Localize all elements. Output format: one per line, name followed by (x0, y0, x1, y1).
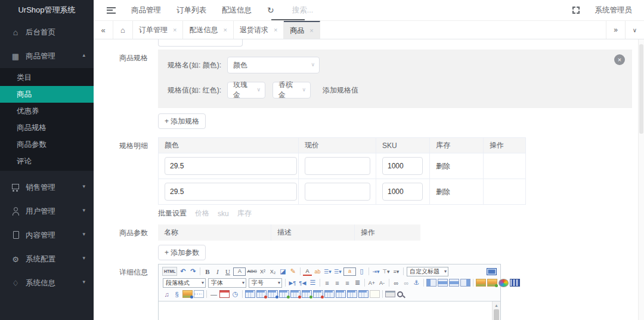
redo-icon[interactable]: ↷ (188, 267, 197, 276)
tab-close-icon[interactable] (223, 26, 227, 33)
font-border-icon[interactable]: A (233, 267, 246, 276)
page-break-icon[interactable] (194, 290, 204, 298)
batch-sku-link[interactable]: sku (218, 210, 229, 218)
sidebar-group-sales[interactable]: 销售管理 (0, 176, 94, 199)
search-input[interactable] (291, 5, 371, 15)
new-page-icon[interactable]: ▯ (357, 267, 366, 276)
tab-close-icon[interactable] (309, 27, 313, 34)
merge-cells-icon[interactable] (324, 290, 335, 298)
image-align-right-icon[interactable] (460, 279, 470, 287)
sidebar-item-coupons[interactable]: 优惠券 (0, 103, 94, 119)
delete-row-link[interactable]: 删除 (436, 161, 450, 171)
ordered-list-icon[interactable]: ☰▾ (323, 267, 332, 276)
editor-scrollbar-thumb[interactable] (494, 309, 499, 320)
image-align-block-icon[interactable] (449, 279, 459, 287)
fullscreen-icon[interactable] (572, 7, 580, 14)
color-input[interactable] (165, 157, 297, 175)
print-icon[interactable] (385, 291, 395, 297)
align-right-icon[interactable]: ≡ (343, 278, 352, 288)
sidebar-group-content[interactable]: 内容管理 (0, 223, 94, 247)
font-size-down-icon[interactable]: A- (377, 278, 386, 288)
upload-image-icon[interactable] (487, 279, 497, 287)
topbar-link-orders[interactable]: 订单列表 (177, 5, 206, 16)
batch-stock-link[interactable]: 库存 (237, 208, 252, 219)
sidebar-item-dashboard[interactable]: 后台首页 (0, 20, 94, 44)
font-color-icon[interactable]: A (303, 267, 312, 276)
insert-time-icon[interactable]: ◷ (231, 290, 240, 299)
price-input[interactable] (305, 183, 370, 201)
topbar-link-products[interactable]: 商品管理 (131, 5, 161, 16)
tab-product-active[interactable]: 商品 (284, 21, 320, 39)
tab-delivery-info[interactable]: 配送信息 (183, 21, 233, 39)
spec-name-select[interactable]: 颜色 (227, 57, 320, 73)
batch-price-link[interactable]: 价格 (195, 208, 209, 219)
italic-icon[interactable]: I (213, 267, 222, 276)
undo-icon[interactable]: ↶ (178, 267, 187, 276)
add-param-button[interactable]: + 添加参数 (158, 245, 206, 260)
collapse-sidebar-icon[interactable] (107, 7, 116, 14)
unordered-list-icon[interactable]: ☰▾ (333, 267, 342, 276)
insert-link-icon[interactable]: ∞ (392, 278, 401, 288)
font-size-up-icon[interactable]: A+ (367, 278, 376, 288)
paragraph-format-select[interactable]: 段落格式 (163, 278, 206, 288)
blank-page-icon[interactable] (370, 290, 380, 298)
sidebar-item-products[interactable]: 商品 (0, 86, 94, 103)
align-justify-icon[interactable]: ≣ (353, 278, 362, 288)
insert-music-icon[interactable]: ♫ (162, 290, 171, 299)
delete-column-icon[interactable] (313, 290, 323, 298)
indent-icon[interactable]: ⇥▾ (371, 267, 380, 276)
delete-row-icon[interactable] (290, 290, 301, 298)
insert-video-icon[interactable] (510, 279, 520, 287)
delete-table-icon[interactable] (256, 290, 267, 298)
sidebar-group-system-info[interactable]: 系统信息 (0, 271, 94, 295)
format-brush-icon[interactable]: ✎ (289, 267, 298, 276)
sku-input[interactable] (382, 157, 423, 175)
add-spec-value-link[interactable]: 添加规格值 (323, 85, 358, 96)
superscript-icon[interactable]: X² (258, 267, 267, 276)
home-tab-icon[interactable] (113, 21, 133, 39)
refresh-icon[interactable] (267, 5, 274, 15)
spec-value-select-1[interactable]: 玫瑰金 (227, 82, 265, 99)
fullscreen-editor-icon[interactable] (487, 268, 497, 275)
preview-icon[interactable] (397, 291, 405, 298)
strikethrough-icon[interactable]: ABC (247, 267, 256, 276)
blockquote-icon[interactable]: a (343, 267, 356, 276)
line-height-icon[interactable]: ≡▾ (392, 267, 401, 276)
sidebar-item-comments[interactable]: 评论 (0, 153, 94, 170)
split-cell-horizontal-icon[interactable] (336, 290, 346, 298)
insert-table-icon[interactable] (245, 290, 255, 298)
insert-column-icon[interactable] (302, 290, 312, 298)
tab-options-icon[interactable] (625, 21, 644, 39)
palette-icon[interactable] (499, 279, 509, 287)
sidebar-group-products[interactable]: 商品管理 (0, 44, 94, 68)
insert-image-icon[interactable] (476, 279, 486, 287)
image-align-center-icon[interactable] (438, 279, 448, 287)
table-props-icon[interactable] (268, 290, 278, 298)
close-spec-panel-icon[interactable] (614, 54, 625, 65)
table-cell-props-icon[interactable] (358, 290, 369, 298)
align-center-icon[interactable]: ≡ (333, 278, 342, 288)
scroll-up-icon[interactable] (493, 301, 500, 309)
insert-row-above-icon[interactable] (279, 290, 289, 298)
font-family-select[interactable]: 字体 (208, 278, 246, 288)
editor-content-area[interactable] (159, 301, 500, 320)
font-size-select[interactable]: 字号 (249, 278, 282, 288)
ltr-paragraph-icon[interactable]: ▶¶ (288, 278, 297, 288)
split-cell-vertical-icon[interactable] (347, 290, 357, 298)
rtl-paragraph-icon[interactable]: ¶◀ (298, 278, 307, 288)
html-source-icon[interactable]: HTML (162, 267, 177, 276)
page-scrollbar-thumb[interactable] (639, 44, 643, 134)
eraser-icon[interactable]: ◪ (278, 267, 287, 276)
sidebar-item-categories[interactable]: 类目 (0, 69, 94, 86)
user-menu[interactable]: 系统管理员 (595, 5, 633, 16)
align-left-icon[interactable]: ≡ (323, 278, 332, 288)
subscript-icon[interactable]: X₂ (268, 267, 277, 276)
sku-input[interactable] (382, 183, 423, 201)
horizontal-rule-icon[interactable]: — (209, 290, 218, 299)
underline-icon[interactable]: U (223, 267, 232, 276)
auto-typeset-icon[interactable]: ☰ (308, 278, 317, 288)
insert-date-icon[interactable] (219, 290, 230, 298)
scroll-tabs-left-icon[interactable] (94, 21, 113, 39)
truncated-input[interactable] (158, 39, 243, 47)
delete-row-link[interactable]: 删除 (436, 187, 450, 197)
